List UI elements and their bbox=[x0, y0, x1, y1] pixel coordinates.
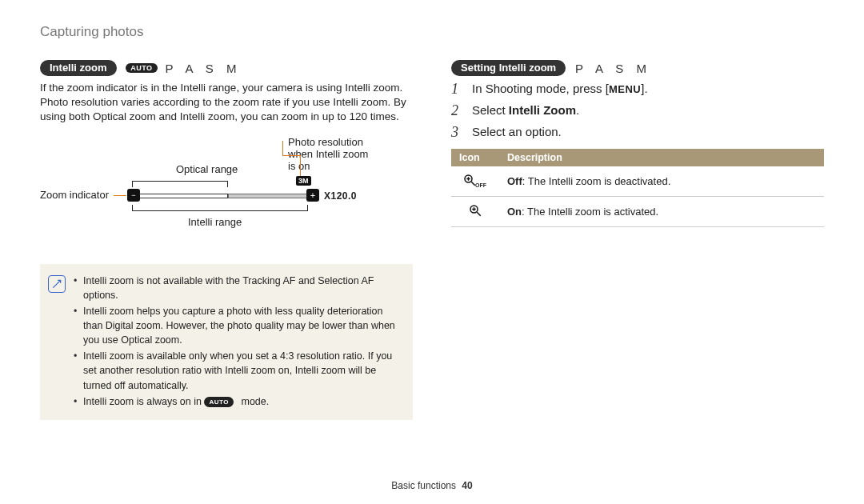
note-box: Intelli zoom is not available with the T… bbox=[40, 264, 413, 420]
intelli-zoom-description: If the zoom indicator is in the Intelli … bbox=[40, 81, 413, 125]
orange-leader-v1 bbox=[282, 141, 283, 155]
step-item: 3 Select an option. bbox=[451, 124, 824, 141]
desc-cell: Off: The Intelli zoom is deactivated. bbox=[499, 166, 824, 197]
pill-intelli-zoom: Intelli zoom bbox=[40, 60, 117, 76]
zoom-indicator-label: Zoom indicator bbox=[40, 189, 109, 201]
intelli-range-label: Intelli range bbox=[188, 216, 242, 228]
note-icon bbox=[48, 275, 66, 293]
step-number: 2 bbox=[451, 102, 464, 119]
svg-line-5 bbox=[477, 212, 481, 216]
note-item: Intelli zoom is available only when you … bbox=[74, 349, 402, 392]
pill-setting-intelli-zoom: Setting Intelli zoom bbox=[451, 60, 566, 76]
setting-intelli-zoom-header: Setting Intelli zoom P A S M bbox=[451, 60, 824, 76]
table-row: On: The Intelli zoom is activated. bbox=[451, 197, 824, 227]
optical-track bbox=[132, 194, 228, 198]
step-text: Select an option. bbox=[472, 124, 562, 138]
menu-key: MENU bbox=[609, 83, 641, 95]
step-item: 2 Select Intelli Zoom. bbox=[451, 102, 824, 119]
step-text: In Shooting mode, press [MENU]. bbox=[472, 81, 648, 95]
row-text: : The Intelli zoom is deactivated. bbox=[522, 175, 670, 187]
zoom-knob-plus-icon: + bbox=[306, 189, 319, 202]
row-text: : The Intelli zoom is activated. bbox=[522, 206, 658, 218]
left-column: Intelli zoom AUTO P A S M If the zoom in… bbox=[40, 60, 413, 420]
step-bold: Intelli Zoom bbox=[509, 103, 576, 117]
options-table: Icon Description OFF Off bbox=[451, 149, 824, 227]
footer-page-number: 40 bbox=[462, 480, 472, 491]
intelli-zoom-header: Intelli zoom AUTO P A S M bbox=[40, 60, 413, 76]
photo-res-line3: is on bbox=[288, 160, 310, 172]
note-item: Intelli zoom is always on in AUTO mode. bbox=[74, 394, 402, 409]
right-column: Setting Intelli zoom P A S M 1 In Shooti… bbox=[451, 60, 824, 420]
mode-letters-left: P A S M bbox=[165, 62, 241, 75]
row-bold: On bbox=[507, 206, 522, 218]
icon-cell-on bbox=[451, 197, 499, 227]
table-row: OFF Off: The Intelli zoom is deactivated… bbox=[451, 166, 824, 197]
step-pre: In Shooting mode, press [ bbox=[472, 82, 609, 95]
orange-leader-v2 bbox=[300, 155, 301, 176]
zoom-readout: X120.0 bbox=[324, 190, 357, 202]
content-columns: Intelli zoom AUTO P A S M If the zoom in… bbox=[40, 60, 824, 420]
orange-leader-h1 bbox=[282, 155, 300, 156]
icon-cell-off: OFF bbox=[451, 166, 499, 197]
note-item-text-pre: Intelli zoom is always on in bbox=[83, 396, 204, 407]
optical-range-bracket bbox=[132, 181, 228, 187]
optical-range-label: Optical range bbox=[176, 163, 238, 175]
zoom-knob-minus-icon: − bbox=[127, 189, 140, 202]
step-pre: Select bbox=[472, 103, 509, 117]
step-number: 1 bbox=[451, 81, 464, 98]
resolution-badge: 3M bbox=[296, 176, 311, 186]
off-sub-label: OFF bbox=[475, 182, 486, 188]
auto-mode-badge: AUTO bbox=[126, 63, 157, 73]
row-bold: Off bbox=[507, 175, 522, 187]
zoom-bar: − + X120.0 bbox=[132, 192, 356, 200]
note-list: Intelli zoom is not available with the T… bbox=[74, 274, 402, 410]
intelli-track bbox=[228, 194, 308, 198]
step-post: . bbox=[576, 103, 579, 117]
note-item: Intelli zoom helps you capture a photo w… bbox=[74, 304, 402, 347]
table-header-description: Description bbox=[499, 149, 824, 166]
step-number: 3 bbox=[451, 124, 464, 141]
magnifier-on-icon bbox=[468, 203, 482, 218]
page-title: Capturing photos bbox=[40, 24, 824, 40]
steps-list: 1 In Shooting mode, press [MENU]. 2 Sele… bbox=[451, 81, 824, 141]
zoom-diagram: Photo resolution when Intelli zoom is on… bbox=[40, 136, 413, 256]
auto-badge-inline: AUTO bbox=[204, 397, 234, 408]
step-text: Select Intelli Zoom. bbox=[472, 102, 579, 117]
page-footer: Basic functions 40 bbox=[0, 480, 864, 491]
orange-leader-zoom bbox=[114, 195, 126, 196]
intelli-range-bracket bbox=[132, 205, 308, 211]
note-item-text-post: mode. bbox=[241, 396, 269, 407]
footer-section: Basic functions bbox=[391, 480, 456, 491]
table-header-icon: Icon bbox=[451, 149, 499, 166]
step-post: ]. bbox=[641, 82, 647, 95]
photo-res-line1: Photo resolution bbox=[288, 136, 363, 148]
desc-cell: On: The Intelli zoom is activated. bbox=[499, 197, 824, 227]
step-item: 1 In Shooting mode, press [MENU]. bbox=[451, 81, 824, 98]
note-item: Intelli zoom is not available with the T… bbox=[74, 274, 402, 302]
mode-letters-right: P A S M bbox=[575, 62, 651, 75]
